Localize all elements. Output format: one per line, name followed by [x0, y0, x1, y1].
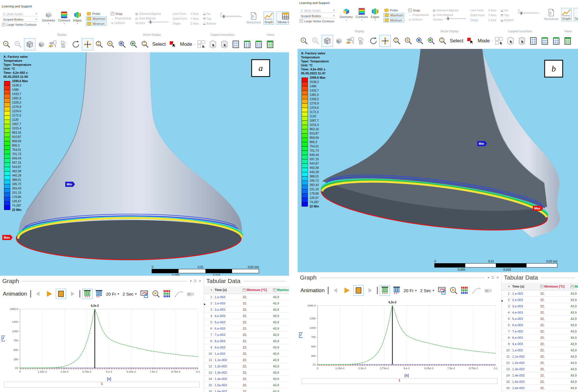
table-row[interactable]: 99,e-00322,43,922,255: [502, 341, 578, 347]
column-header-time[interactable]: Time [s]: [512, 285, 538, 288]
table-green-header-button[interactable]: [551, 35, 562, 47]
large-vertex-contours-checkbox[interactable]: ✓Large Vertex Contours: [300, 19, 336, 23]
table-green-button[interactable]: [265, 39, 276, 50]
zoom-in-button[interactable]: [403, 35, 414, 47]
x-axis-option[interactable]: X Axis: [488, 9, 496, 12]
line-form-option[interactable]: Line Form: [470, 9, 485, 12]
temperature-chart[interactable]: 1590,6125010007505002502201,25e-22,5e-23…: [298, 298, 501, 378]
sketch-view-button[interactable]: [47, 39, 58, 50]
export-video-button[interactable]: [437, 286, 447, 295]
select-label[interactable]: Select: [152, 41, 166, 47]
zoom-fit-button[interactable]: [128, 39, 139, 50]
table-row[interactable]: 141,4e-00222,43,922,312: [204, 376, 289, 382]
table-green-header-button[interactable]: [539, 35, 550, 47]
table-row[interactable]: 55,e-00322,43,922,2: [204, 319, 289, 325]
next-view-button[interactable]: [13, 39, 23, 50]
panel-menu-icon[interactable]: ▾: [488, 276, 489, 280]
rgb-channels-button[interactable]: [460, 286, 470, 295]
contours-button[interactable]: Contours▾: [356, 8, 368, 21]
table-row[interactable]: 151,5e-00222,43,922,322: [204, 382, 289, 388]
tabular-data-view-button[interactable]: Tabular Data: [276, 11, 289, 25]
table-row[interactable]: 161,6e-00222,43,922,333: [204, 388, 289, 392]
table-row[interactable]: 161,6e-00222,43,922,333: [502, 385, 578, 391]
next-view-button[interactable]: [310, 35, 321, 47]
maximum-button[interactable]: Maximum: [383, 13, 405, 17]
zoom-fit-button[interactable]: [426, 35, 437, 47]
edges-button[interactable]: Edges▾: [371, 8, 379, 21]
table-green-button[interactable]: [562, 35, 573, 47]
table-row[interactable]: 33,e-00322,43,922,166: [204, 306, 289, 313]
table-row[interactable]: 141,4e-00222,43,922,312: [502, 372, 578, 379]
valve-model-3d[interactable]: [298, 49, 578, 272]
edges-button[interactable]: Edges▾: [73, 11, 82, 25]
model-viewport[interactable]: A: Factory valveTemperatureType: Tempera…: [298, 49, 578, 272]
element-aligned-option[interactable]: ▦Element Aligned: [433, 9, 466, 12]
zoom-button[interactable]: [94, 39, 105, 50]
element-aligned-option[interactable]: ▦Element Aligned: [135, 12, 169, 15]
spline-button[interactable]: [472, 286, 481, 295]
play-button[interactable]: [44, 289, 54, 299]
camera-button[interactable]: [185, 289, 195, 299]
iso-option[interactable]: ⬓ Iso: [203, 12, 216, 15]
mode-label[interactable]: Mode: [478, 38, 490, 44]
iso-option[interactable]: ⬓ Iso: [500, 9, 514, 12]
solid-form-option[interactable]: Solid Form: [470, 13, 485, 17]
table-row[interactable]: 88,e-00322,43,922,242: [502, 334, 578, 341]
capped-value-field[interactable]: 0: [219, 12, 239, 16]
rgb-channels-button[interactable]: [163, 289, 172, 299]
sketch-view-button[interactable]: [345, 35, 356, 47]
table-row[interactable]: 66,e-00322,43,922,215: [502, 322, 578, 328]
auto-scale-dropdown[interactable]: 0, (Auto Scale)▾: [2, 12, 38, 16]
learning-and-support-link[interactable]: Learning and Support: [0, 3, 289, 10]
table-row[interactable]: 77,e-00322,43,922,229: [502, 328, 578, 334]
table-row[interactable]: 99,e-00322,43,922,255: [204, 344, 289, 351]
timeline-bar[interactable]: 1: [302, 378, 497, 384]
contours-button[interactable]: Contours▾: [58, 11, 70, 25]
step-forward-button[interactable]: [365, 286, 375, 295]
isometric-view-button[interactable]: [24, 38, 35, 50]
top-option[interactable]: ⬒ Top: [500, 13, 514, 17]
look-at-face-button[interactable]: [334, 35, 345, 47]
zoom-to-fit-graph-button[interactable]: [151, 289, 161, 299]
zoom-auto-button[interactable]: [437, 35, 448, 47]
tabular-data-table[interactable]: ▾ Time [s] ✓Minimum [°C] ✓Maximum [°C] ✓…: [204, 286, 289, 392]
zoom-in-button[interactable]: [105, 39, 116, 50]
table-green-header-button[interactable]: [242, 39, 253, 50]
table-row[interactable]: 22,e-00322,43,922,147: [204, 300, 289, 306]
select-label[interactable]: Select: [450, 38, 463, 44]
table-row[interactable]: 101,e-00222,43,922,267: [204, 351, 289, 357]
graph-view-button[interactable]: Graph: [561, 8, 571, 21]
min-probe-tag[interactable]: Min: [477, 141, 487, 146]
rotate-button[interactable]: [368, 35, 379, 47]
table-row[interactable]: 88,e-00322,43,922,242: [204, 338, 289, 344]
close-icon[interactable]: ✕: [199, 279, 201, 283]
zoom-box-button[interactable]: [414, 35, 425, 47]
learning-and-support-link[interactable]: Learning and Support: [298, 0, 578, 7]
table-row[interactable]: 44,e-00322,43,922,184: [204, 313, 289, 319]
large-vertex-contours-checkbox[interactable]: ✓Large Vertex Contours: [2, 23, 38, 26]
worksheet-button[interactable]: Worksheet: [543, 8, 559, 21]
box-volume-select-button[interactable]: [516, 35, 527, 47]
pan-button[interactable]: [379, 35, 391, 47]
table-row[interactable]: 111,1e-00222,43,922,279: [502, 353, 578, 360]
column-header-minimum[interactable]: ✓Minimum [°C]: [243, 288, 271, 292]
step-forward-button[interactable]: [68, 289, 78, 299]
max-probe-tag[interactable]: Max: [2, 235, 13, 240]
minimum-button[interactable]: Minimum: [86, 22, 107, 26]
table-row[interactable]: 66,e-00322,43,922,215: [204, 325, 289, 332]
valve-model-3d[interactable]: [0, 52, 289, 276]
stop-button[interactable]: [353, 285, 364, 296]
table-row[interactable]: 11,e-00322,43,922,125: [502, 290, 578, 297]
auto-scale-dropdown[interactable]: 0, (Auto Scale)▾: [300, 9, 336, 13]
worksheet-button[interactable]: Worksheet: [246, 11, 261, 25]
box-select-button[interactable]: [505, 35, 516, 47]
viewports-button[interactable]: [357, 35, 367, 47]
box-select-button[interactable]: [207, 39, 218, 50]
capped-value-field[interactable]: 0: [517, 9, 537, 12]
snap-checkbox[interactable]: ✓Snap: [111, 12, 131, 15]
spline-button[interactable]: [174, 289, 184, 299]
y-axis-option[interactable]: Y Axis: [191, 17, 199, 20]
bottom-option[interactable]: ⬓ Bottom: [500, 18, 514, 22]
proportional-option[interactable]: →Proportional: [111, 17, 131, 20]
scoped-bodies-dropdown[interactable]: Scoped Bodies▾: [300, 14, 336, 18]
